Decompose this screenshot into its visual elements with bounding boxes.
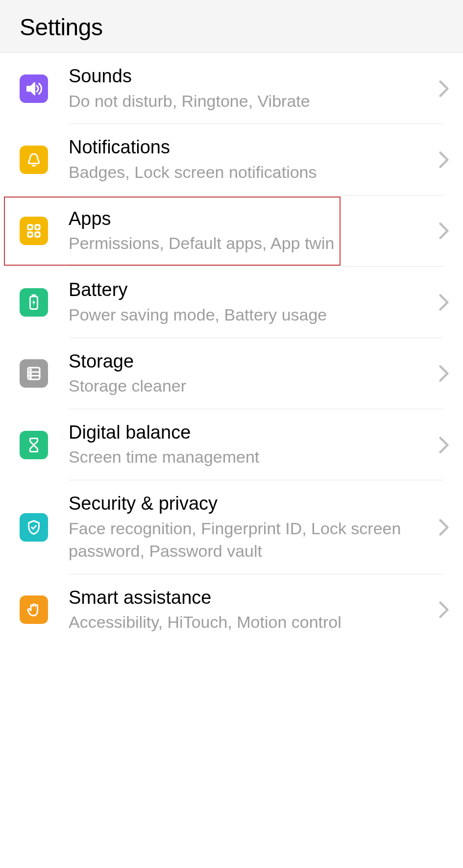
item-subtitle: Do not disturb, Ringtone, Vibrate: [69, 90, 430, 113]
volume-icon: [20, 74, 48, 103]
page-title: Settings: [20, 14, 443, 41]
item-title: Apps: [69, 207, 430, 231]
shield-check-icon: [20, 513, 48, 542]
item-text: Sounds Do not disturb, Ringtone, Vibrate: [69, 65, 430, 112]
item-subtitle: Power saving mode, Battery usage: [69, 304, 430, 326]
apps-grid-icon: [20, 217, 48, 245]
settings-item-apps[interactable]: Apps Permissions, Default apps, App twin: [0, 196, 463, 267]
chevron-right-icon: [439, 293, 449, 312]
settings-item-security-privacy[interactable]: Security & privacy Face recognition, Fin…: [0, 480, 463, 574]
item-subtitle: Screen time management: [69, 446, 430, 469]
item-text: Apps Permissions, Default apps, App twin: [69, 207, 430, 255]
hand-icon: [20, 595, 48, 624]
settings-item-battery[interactable]: Battery Power saving mode, Battery usage: [0, 267, 463, 338]
item-title: Battery: [69, 278, 430, 302]
chevron-right-icon: [439, 222, 449, 240]
settings-item-sounds[interactable]: Sounds Do not disturb, Ringtone, Vibrate: [0, 53, 463, 124]
item-text: Notifications Badges, Lock screen notifi…: [69, 136, 430, 183]
svg-rect-3: [35, 225, 40, 229]
item-subtitle: Badges, Lock screen notifications: [69, 161, 430, 184]
item-subtitle: Face recognition, Fingerprint ID, Lock s…: [69, 518, 430, 563]
svg-marker-0: [27, 83, 35, 95]
svg-point-13: [30, 373, 31, 374]
chevron-right-icon: [439, 600, 449, 619]
item-subtitle: Storage cleaner: [69, 375, 430, 397]
item-title: Sounds: [69, 65, 430, 88]
svg-rect-4: [28, 232, 32, 237]
item-subtitle: Permissions, Default apps, App twin: [69, 232, 430, 255]
settings-list: Sounds Do not disturb, Ringtone, Vibrate…: [0, 53, 463, 645]
svg-rect-5: [35, 232, 40, 237]
settings-item-digital-balance[interactable]: Digital balance Screen time management: [0, 409, 463, 480]
battery-icon: [20, 288, 48, 317]
svg-marker-8: [32, 299, 35, 306]
svg-point-14: [30, 377, 31, 378]
svg-point-12: [30, 370, 31, 371]
item-subtitle: Accessibility, HiTouch, Motion control: [69, 611, 430, 634]
item-text: Security & privacy Face recognition, Fin…: [69, 492, 430, 562]
item-title: Storage: [69, 350, 430, 373]
item-text: Digital balance Screen time management: [69, 421, 430, 469]
chevron-right-icon: [439, 436, 449, 454]
item-title: Notifications: [69, 136, 430, 159]
chevron-right-icon: [439, 79, 449, 98]
svg-rect-2: [28, 225, 32, 229]
item-text: Storage Storage cleaner: [69, 350, 430, 397]
item-text: Smart assistance Accessibility, HiTouch,…: [69, 586, 430, 634]
settings-item-smart-assistance[interactable]: Smart assistance Accessibility, HiTouch,…: [0, 574, 463, 645]
storage-icon: [20, 359, 48, 388]
settings-item-notifications[interactable]: Notifications Badges, Lock screen notifi…: [0, 124, 463, 195]
bell-icon: [20, 146, 48, 174]
hourglass-icon: [20, 431, 48, 459]
item-title: Digital balance: [69, 421, 430, 445]
chevron-right-icon: [439, 150, 449, 169]
item-text: Battery Power saving mode, Battery usage: [69, 278, 430, 326]
settings-item-storage[interactable]: Storage Storage cleaner: [0, 338, 463, 409]
chevron-right-icon: [439, 364, 449, 383]
chevron-right-icon: [439, 518, 449, 537]
item-title: Smart assistance: [69, 586, 430, 610]
settings-header: Settings: [0, 0, 463, 53]
item-title: Security & privacy: [69, 492, 430, 516]
